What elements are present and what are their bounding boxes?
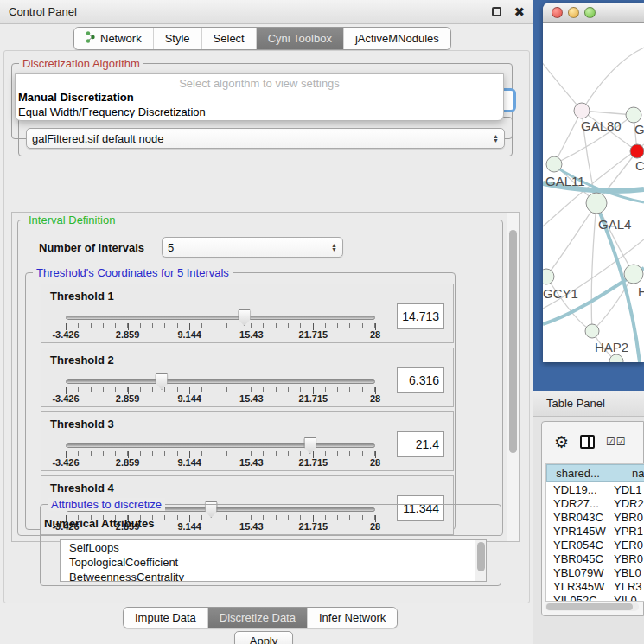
close-traffic-light-icon[interactable] — [552, 7, 563, 18]
threshold-2-value-field[interactable]: 6.316 — [397, 367, 444, 393]
attributes-scrollbar[interactable] — [475, 540, 486, 581]
table-row[interactable]: YIL052C YIL0 — [546, 593, 644, 602]
cell-shared[interactable]: YPR145W — [546, 524, 609, 538]
threshold-coordinates-group: Threshold's Coordinates for 5 Intervals … — [25, 272, 456, 530]
tab-discretize-data[interactable]: Discretize Data — [207, 608, 307, 628]
tab-impute-data[interactable]: Impute Data — [124, 608, 207, 628]
table-panel-titlebar: Table Panel — [533, 391, 644, 417]
tab-jactivemnodules-label: jActiveMNodules — [355, 32, 439, 45]
checkboxes-icon[interactable]: ☑☑ — [606, 436, 627, 448]
list-item-topologicalcoefficient[interactable]: TopologicalCoefficient — [61, 555, 486, 570]
node-bottom-partial[interactable] — [609, 354, 623, 362]
node-partial-top[interactable] — [626, 107, 641, 123]
threshold-2-slider[interactable]: -3.426 2.859 9.144 15.43 21.715 28 — [66, 374, 375, 404]
list-item-betweennesscentrality[interactable]: BetweennessCentrality — [61, 570, 486, 582]
cell-name[interactable]: YIL0 — [609, 593, 644, 602]
node-gal4[interactable] — [586, 193, 607, 214]
cell-name[interactable]: YDR2 — [609, 496, 644, 510]
cell-shared[interactable]: YBR043C — [546, 510, 609, 524]
gear-icon[interactable]: ⚙ — [554, 434, 569, 450]
tab-select[interactable]: Select — [201, 28, 256, 49]
node-label-partial-right: H — [638, 284, 644, 299]
minimize-traffic-light-icon[interactable] — [568, 7, 579, 18]
node-label-gal4: GAL4 — [598, 217, 631, 232]
table-row[interactable]: YBR043C YBR0 — [546, 510, 644, 524]
table-row[interactable]: YPR145W YPR1 — [546, 524, 644, 538]
slider-track[interactable] — [66, 316, 375, 320]
node-highlighted-red[interactable] — [630, 144, 644, 158]
popup-item-equal-width-frequency[interactable]: Equal Width/Frequency Discretization — [16, 105, 503, 119]
list-item-selfloops[interactable]: SelfLoops — [61, 540, 486, 555]
cell-name[interactable]: YPR1 — [609, 524, 644, 538]
scrollbar-thumb[interactable] — [546, 603, 633, 610]
network-canvas[interactable]: GAL80 GA C GAL11 GAL4 H GCY1 HAP2 — [543, 23, 644, 362]
threshold-1-slider[interactable]: -3.426 2.859 9.144 15.43 21.715 28 — [66, 310, 375, 340]
cell-name[interactable]: YBR0 — [609, 552, 644, 565]
cell-name[interactable]: YBR0 — [609, 510, 644, 524]
cell-shared[interactable]: YDL19... — [546, 482, 609, 496]
popup-item-manual-discretization[interactable]: Manual Discretization — [16, 90, 503, 105]
float-window-icon[interactable] — [492, 7, 501, 16]
tab-cyni-toolbox[interactable]: Cyni Toolbox — [256, 28, 343, 49]
slider-track[interactable] — [66, 379, 375, 384]
interval-vertical-scrollbar[interactable] — [507, 213, 519, 541]
node-hap2[interactable] — [585, 324, 599, 338]
tab-style[interactable]: Style — [153, 28, 201, 49]
threshold-1-value-field[interactable]: 14.713 — [397, 303, 444, 329]
bottom-tab-bar: Impute Data Discretize Data Infer Networ… — [123, 607, 398, 628]
threshold-3-value-field[interactable]: 21.4 — [397, 431, 444, 457]
zoom-traffic-light-icon[interactable] — [584, 7, 596, 18]
tab-select-label: Select — [214, 32, 245, 45]
interval-scrollpane: Interval Definition Number of Intervals … — [11, 212, 520, 542]
intervals-stepper-icon[interactable]: ▲▼ — [326, 243, 337, 252]
control-panel-titlebar: Control Panel ✖ — [0, 0, 533, 24]
cell-shared[interactable]: YLR345W — [546, 579, 609, 593]
tab-network[interactable]: Network — [74, 28, 153, 49]
threshold-2-label: Threshold 2 — [50, 354, 114, 367]
node-partial-right[interactable] — [624, 265, 643, 284]
cell-shared[interactable]: YDR27... — [546, 496, 609, 510]
control-panel: Control Panel ✖ Network — [0, 0, 533, 644]
cell-name[interactable]: YBL0 — [609, 565, 644, 579]
cell-shared[interactable]: YER054C — [546, 538, 609, 552]
table-row[interactable]: YBR045C YBR0 — [546, 552, 644, 565]
node-gal11[interactable] — [546, 156, 562, 172]
column-header-shared[interactable]: shared... — [546, 464, 609, 482]
cell-name[interactable]: YDL1 — [609, 482, 644, 496]
cell-shared[interactable]: YIL052C — [546, 593, 609, 602]
node-gal80[interactable] — [574, 103, 590, 118]
table-row[interactable]: YBL079W YBL0 — [546, 565, 644, 579]
column-header-name[interactable]: na — [609, 464, 644, 482]
threshold-3-slider[interactable]: -3.426 2.859 9.144 15.43 21.715 28 — [66, 438, 375, 468]
combo-stepper-icon[interactable]: ▲▼ — [488, 134, 499, 143]
cell-shared[interactable]: YBL079W — [546, 565, 609, 579]
table-row[interactable]: YDL19... YDL1 — [546, 482, 644, 496]
scrollbar-thumb[interactable] — [509, 230, 517, 453]
network-icon — [86, 31, 96, 46]
cell-name[interactable]: YLR3 — [609, 579, 644, 593]
attributes-group-title: Attributes to discretize — [48, 498, 165, 511]
cell-name[interactable]: YER0 — [609, 538, 644, 552]
table-row[interactable]: YER054C YER0 — [546, 538, 644, 552]
number-of-intervals-value: 5 — [168, 241, 326, 254]
table-row[interactable]: YDR27... YDR2 — [546, 496, 644, 510]
scrollbar-thumb[interactable] — [477, 542, 485, 571]
number-of-intervals-combo[interactable]: 5 ▲▼ — [162, 237, 343, 258]
table-row[interactable]: YLR345W YLR3 — [546, 579, 644, 593]
table-data-combo[interactable]: galFiltered.sif default node ▲▼ — [26, 128, 505, 149]
tab-infer-network[interactable]: Infer Network — [307, 608, 397, 628]
table-header-row: shared... na — [546, 464, 644, 482]
slider-track[interactable] — [66, 443, 375, 448]
close-icon[interactable]: ✖ — [513, 7, 525, 16]
network-view-window: GAL80 GA C GAL11 GAL4 H GCY1 HAP2 — [543, 3, 644, 362]
network-desktop: GAL80 GA C GAL11 GAL4 H GCY1 HAP2 — [533, 0, 644, 391]
tab-jactivemnodules[interactable]: jActiveMNodules — [343, 28, 450, 49]
table-toolbar: ⚙ ☑☑ — [545, 427, 644, 456]
table-horizontal-scrollbar[interactable] — [545, 603, 639, 611]
apply-button[interactable]: Apply — [234, 631, 293, 644]
cell-shared[interactable]: YBR045C — [546, 552, 609, 565]
table-panel-body: ⚙ ☑☑ shared... na YDL19... YDL1 YDR27...… — [541, 421, 644, 616]
columns-icon[interactable] — [580, 435, 595, 449]
node-gcy1[interactable] — [543, 269, 554, 284]
tab-infer-network-label: Infer Network — [319, 611, 386, 624]
